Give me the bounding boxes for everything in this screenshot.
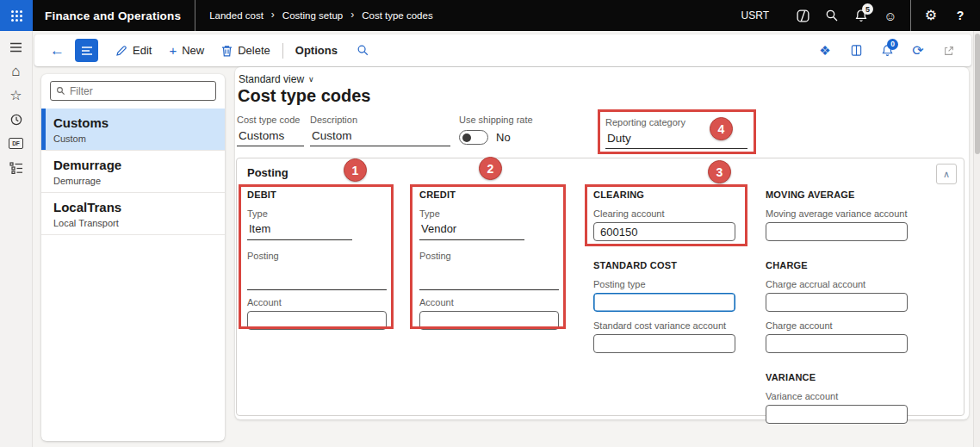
cost-type-code-value[interactable]: Customs [237,128,304,146]
posting-section-title: Posting [247,166,288,179]
moving-average-variance-input[interactable] [766,222,908,241]
home-button[interactable]: ⌂ [5,64,28,78]
breadcrumb-landed-cost[interactable]: Landed cost [209,10,264,21]
command-bar: ← Edit + New Delete [34,34,971,66]
search-icon [825,9,839,22]
list-item-customs[interactable]: Customs Custom [41,109,225,151]
description-label: Description [310,115,450,125]
notification-count-badge: 5 [862,3,873,15]
debit-type-value[interactable]: Item [247,221,352,240]
help-button[interactable]: ? [946,0,975,31]
clearing-account-input[interactable] [593,222,735,241]
new-button-label: New [182,44,204,57]
chevron-up-icon: ∧ [943,169,950,180]
list-item-demurrage[interactable]: Demurrage Demurrage [41,151,225,193]
posting-type-input[interactable] [593,293,735,312]
debit-posting-label: Posting [247,251,387,261]
debit-posting-value[interactable] [247,261,387,290]
breadcrumb-chevron-icon: › [271,9,275,21]
posting-section: Posting ∧ DEBIT Type Item Posting Accoun… [236,158,964,416]
clearing-header: CLEARING [593,189,735,200]
list-item-localtrans[interactable]: LocalTrans Local Transport [41,193,225,235]
app-title[interactable]: Finance and Operations [45,9,181,22]
company-selector[interactable]: USRT [741,9,769,22]
smiley-icon: ☺ [884,9,896,22]
feedback-button[interactable]: ☺ [876,0,905,31]
debit-type-label: Type [247,208,387,219]
hamburger-icon [81,46,93,56]
command-divider [282,43,283,59]
breadcrumb-costing-setup[interactable]: Costing setup [282,10,343,21]
recent-button[interactable] [5,112,28,127]
credit-header: CREDIT [419,189,559,200]
use-shipping-rate-value: No [496,131,511,144]
pencil-icon [115,45,127,57]
list-item-subtitle: Custom [53,133,214,144]
personalize-button[interactable]: ❖ [813,39,837,63]
options-menu-button[interactable]: Options [287,34,346,66]
message-count-badge: 0 [887,39,898,50]
vertical-scrollbar[interactable] [973,31,980,447]
standard-cost-header: STANDARD COST [593,260,735,270]
notifications-button[interactable]: 5 [847,0,876,31]
main-content: Standard view ∨ Cost type codes Cost typ… [235,67,969,419]
open-in-new-window-button[interactable] [937,39,961,63]
expand-pane-button[interactable] [75,39,98,62]
reporting-category-label: Reporting category [605,117,747,127]
standard-cost-variance-input[interactable] [593,334,735,353]
view-selector-label: Standard view [239,73,304,85]
view-selector[interactable]: Standard view ∨ [239,73,314,85]
list-item-title: Customs [53,115,214,130]
debit-account-input[interactable] [247,311,387,330]
use-shipping-rate-toggle[interactable] [459,130,488,145]
nav-menu-button[interactable] [5,40,28,54]
record-list-panel: Customs Custom Demurrage Demurrage Local… [41,74,225,441]
task-guide-button[interactable] [844,39,868,63]
messages-button[interactable]: 0 [875,39,899,63]
charge-account-input[interactable] [766,334,908,353]
environment-button[interactable] [788,0,817,31]
variance-account-input[interactable] [766,405,908,424]
app-launcher-button[interactable] [0,0,33,31]
default-dashboard-button[interactable]: DF [5,136,28,151]
charge-accrual-input[interactable] [766,293,908,312]
top-navigation-bar: Finance and Operations Landed cost › Cos… [0,0,980,31]
scrollbar-thumb[interactable] [975,34,980,154]
topbar-divider [195,0,195,31]
company-icon [796,9,810,23]
toggle-knob [462,133,471,142]
topbar-actions: USRT [741,0,980,31]
credit-account-input[interactable] [419,311,559,330]
credit-posting-value[interactable] [419,261,559,290]
app-window: Finance and Operations Landed cost › Cos… [0,0,980,447]
left-nav-strip: ⌂ ☆ DF [0,31,33,447]
collapse-section-button[interactable]: ∧ [936,164,957,184]
back-button[interactable]: ← [43,43,71,58]
new-button[interactable]: + New [160,34,213,66]
search-button[interactable] [817,0,847,31]
command-search-button[interactable] [346,44,380,57]
clearing-standard-cost-group: CLEARING Clearing account STANDARD COST … [593,189,735,353]
use-shipping-rate-field: Use shipping rate No [459,115,554,145]
charge-header: CHARGE [766,260,908,270]
reporting-category-value[interactable]: Duty [605,131,747,149]
refresh-button[interactable]: ⟳ [906,39,930,63]
credit-type-value[interactable]: Vendor [419,221,524,240]
edit-button[interactable]: Edit [107,34,160,66]
delete-button[interactable]: Delete [213,34,279,66]
description-value[interactable]: Custom [310,128,450,146]
variance-account-label: Variance account [766,391,908,401]
modules-button[interactable] [5,160,28,175]
filter-field[interactable] [50,81,216,101]
favorites-button[interactable]: ☆ [5,88,28,102]
credit-group: CREDIT Type Vendor Posting Account [419,189,559,330]
moving-average-variance-label: Moving average variance account [766,208,908,219]
breadcrumb-chevron-icon: › [350,9,354,21]
help-icon: ? [957,9,964,22]
gear-icon: ⚙ [925,9,937,22]
debit-account-label: Account [247,297,387,307]
charge-accrual-label: Charge accrual account [766,279,908,289]
breadcrumb-cost-type-codes[interactable]: Cost type codes [362,10,432,21]
settings-button[interactable]: ⚙ [916,0,946,31]
filter-input[interactable] [70,85,210,97]
